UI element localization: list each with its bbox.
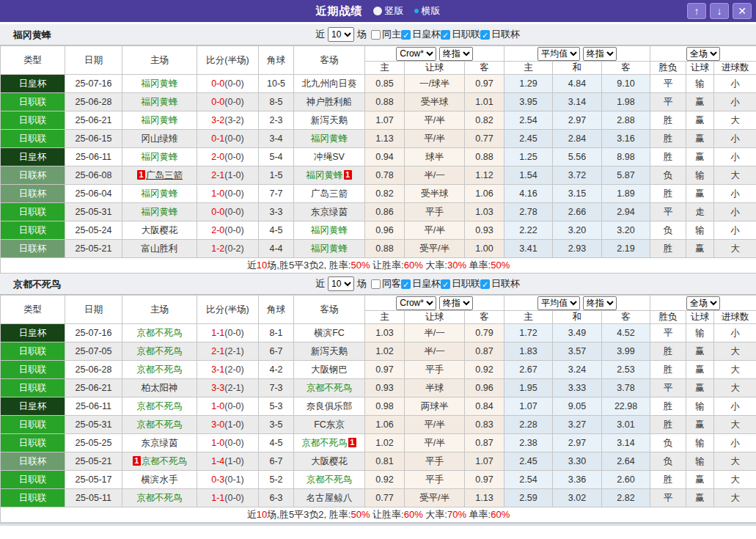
scope-select[interactable]: 全场 bbox=[686, 296, 720, 310]
odds-time-select[interactable]: 终指 bbox=[439, 296, 473, 310]
goals-result-cell: 大 bbox=[714, 361, 756, 379]
avg-odds-cell: 9.10 bbox=[602, 75, 650, 93]
result-cell: 胜 bbox=[650, 240, 686, 258]
checkbox-checked-icon[interactable]: ✓ bbox=[480, 279, 490, 289]
match-row: 日皇杯25-06-11福冈黄蜂2-0(0-0)5-4冲绳SV0.94球半0.88… bbox=[1, 148, 756, 166]
odds-cell: 1.06 bbox=[465, 185, 504, 203]
avg-time-select[interactable]: 终指 bbox=[583, 296, 617, 310]
away-team-cell: 北九州向日葵 bbox=[294, 75, 365, 93]
home-team-cell: 横滨水手 bbox=[122, 471, 197, 489]
team-label: 大阪樱花 bbox=[311, 456, 348, 466]
radio-unselected-icon[interactable] bbox=[373, 7, 382, 15]
odds-cell: 0.87 bbox=[465, 342, 504, 361]
goals-result-cell: 大 bbox=[714, 489, 756, 507]
goals-result-cell: 小 bbox=[714, 434, 756, 452]
corner-cell: 6-7 bbox=[259, 342, 294, 361]
goals-result-cell: 小 bbox=[714, 148, 756, 166]
summary-segment: 60% bbox=[491, 509, 510, 520]
checkbox-unchecked-icon[interactable] bbox=[371, 279, 381, 289]
avg-odds-cell: 3.14 bbox=[602, 434, 650, 452]
score-cell: 3-0(1-0) bbox=[197, 416, 259, 434]
match-row: 日职联25-06-28福冈黄蜂0-0(0-0)8-5神户胜利船0.88受半球1.… bbox=[1, 93, 756, 111]
handicap-result-cell: 赢 bbox=[686, 489, 714, 507]
checkbox-checked-icon[interactable]: ✓ bbox=[480, 30, 490, 40]
col-header-result: 胜负 bbox=[650, 62, 686, 75]
checkbox-checked-icon[interactable]: ✓ bbox=[401, 279, 411, 289]
same-venue-filter[interactable]: 同客 bbox=[371, 277, 401, 290]
corner-cell: 4-5 bbox=[259, 434, 294, 452]
away-team-cell: 神户胜利船 bbox=[294, 93, 365, 111]
avg-source-select[interactable]: 平均值 bbox=[537, 296, 580, 310]
scope-select[interactable]: 全场 bbox=[686, 47, 720, 61]
avg-odds-cell: 3.49 bbox=[553, 324, 602, 342]
fulltime-score: 1-0 bbox=[211, 188, 224, 199]
avg-odds-cell: 2.64 bbox=[602, 452, 650, 471]
avg-odds-cell: 2.45 bbox=[504, 130, 553, 148]
team-label: 京都不死鸟 bbox=[136, 364, 183, 375]
fulltime-score: 3-2 bbox=[211, 115, 224, 125]
scope-group-header: 全场 bbox=[650, 46, 756, 62]
checkbox-checked-icon[interactable]: ✓ bbox=[401, 30, 411, 40]
odds-cell: 0.84 bbox=[465, 397, 504, 416]
halftime-score: (2-1) bbox=[224, 346, 243, 356]
checkbox-unchecked-icon[interactable] bbox=[371, 30, 381, 40]
odds-source-select[interactable]: Crow* bbox=[396, 296, 436, 310]
halftime-score: (0-0) bbox=[224, 97, 243, 107]
odds-cell: 0.88 bbox=[465, 148, 504, 166]
layout-horizontal-label: 横版 bbox=[422, 4, 441, 18]
halftime-score: (0-0) bbox=[224, 152, 243, 162]
cup-filter[interactable]: ✓日职联 bbox=[441, 28, 480, 41]
team-label: 柏太阳神 bbox=[142, 383, 178, 393]
cup-filter[interactable]: ✓日联杯 bbox=[480, 28, 520, 41]
cup-filter[interactable]: ✓日皇杯 bbox=[401, 277, 441, 290]
match-type-cell: 日皇杯 bbox=[1, 324, 65, 342]
match-date-cell: 25-05-17 bbox=[65, 471, 122, 489]
layout-vertical-radio[interactable]: 竖版 bbox=[373, 4, 404, 18]
move-down-button[interactable]: ↓ bbox=[710, 3, 729, 19]
cup-filters: ✓日皇杯✓日职联✓日联杯 bbox=[401, 28, 520, 41]
summary-segment: 50% bbox=[491, 260, 510, 271]
avg-time-select[interactable]: 终指 bbox=[583, 47, 617, 61]
match-date-cell: 25-05-21 bbox=[65, 452, 122, 471]
col-header-score: 比分(半场) bbox=[197, 46, 259, 75]
fulltime-score: 1-0 bbox=[211, 438, 224, 448]
avg-source-select[interactable]: 平均值 bbox=[537, 47, 580, 61]
checkbox-checked-icon[interactable]: ✓ bbox=[441, 30, 450, 40]
avg-odds-cell: 2.94 bbox=[602, 203, 650, 221]
summary-segment: 近 bbox=[247, 509, 257, 520]
match-type-cell: 日皇杯 bbox=[1, 75, 65, 93]
avg-odds-cell: 2.97 bbox=[553, 111, 602, 130]
cup-filter[interactable]: ✓日职联 bbox=[441, 277, 480, 290]
cup-filter[interactable]: ✓日联杯 bbox=[480, 277, 520, 290]
odds-cell: 受平/半 bbox=[405, 489, 465, 507]
odds-time-select[interactable]: 终指 bbox=[439, 47, 473, 61]
games-count-select[interactable]: 10 bbox=[328, 276, 354, 291]
away-team-cell: 福冈黄蜂 bbox=[294, 130, 365, 148]
avg-odds-cell: 2.54 bbox=[504, 111, 553, 130]
summary-segment: 大率: bbox=[423, 260, 447, 271]
move-up-button[interactable]: ↑ bbox=[687, 3, 706, 19]
games-count-select[interactable]: 10 bbox=[328, 27, 354, 42]
score-cell: 2-1(2-1) bbox=[197, 342, 259, 361]
odds-cell: 0.79 bbox=[465, 324, 504, 342]
match-date-cell: 25-05-11 bbox=[65, 489, 122, 507]
odds-cell: 0.97 bbox=[465, 75, 504, 93]
same-venue-filter[interactable]: 同主 bbox=[371, 28, 401, 41]
match-date-cell: 25-05-31 bbox=[65, 203, 122, 221]
close-button[interactable]: ✕ bbox=[733, 3, 752, 19]
avg-odds-cell: 3.95 bbox=[504, 93, 553, 111]
col-header-home: 主场 bbox=[122, 46, 197, 75]
col-header-crow-handicap: 让球 bbox=[405, 311, 465, 324]
fulltime-score: 2-0 bbox=[211, 225, 224, 235]
near-label: 近 bbox=[315, 277, 325, 290]
score-cell: 2-1(1-0) bbox=[197, 166, 259, 185]
layout-horizontal-radio[interactable]: 横版 bbox=[414, 4, 441, 18]
radio-selected-icon[interactable] bbox=[414, 9, 419, 13]
odds-source-select[interactable]: Crow* bbox=[396, 47, 436, 61]
away-team-cell: 大阪樱花 bbox=[294, 452, 365, 471]
cup-filter[interactable]: ✓日皇杯 bbox=[401, 28, 441, 41]
checkbox-checked-icon[interactable]: ✓ bbox=[441, 279, 450, 289]
team-label: 京都不死鸟 bbox=[136, 401, 183, 411]
halftime-score: (0-2) bbox=[224, 243, 243, 254]
handicap-result-cell: 赢 bbox=[686, 130, 714, 148]
